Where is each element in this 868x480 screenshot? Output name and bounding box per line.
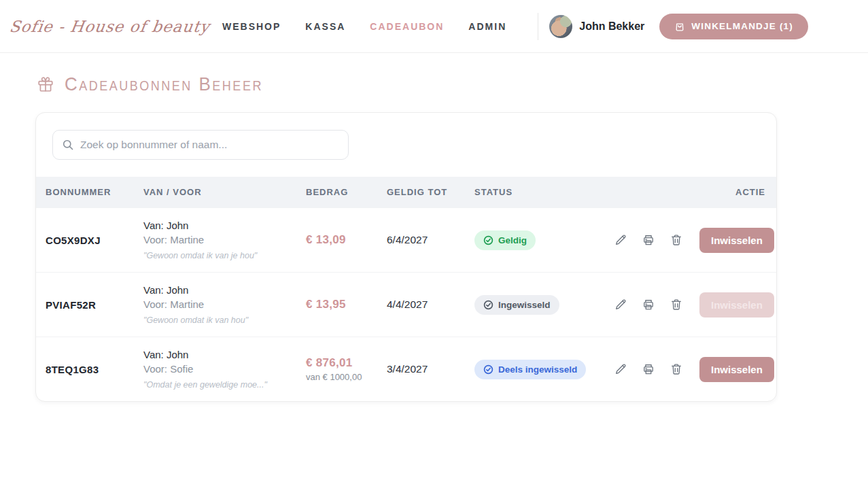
redeem-button[interactable]: Inwisselen [699,228,774,253]
search-icon [62,139,74,151]
print-button[interactable] [642,362,655,376]
status-cell: Deels ingewisseld [474,360,614,379]
van-voor-cell: Van: John Voor: Martine "Gewoon omdat ik… [143,284,306,326]
nav-item-admin[interactable]: ADMIN [468,21,506,32]
pencil-icon [614,233,627,247]
status-badge: Ingewisseld [474,295,559,315]
amount-cell: € 13,09 [306,233,387,247]
print-button[interactable] [642,298,655,311]
printer-icon [642,233,655,247]
printer-icon [642,298,655,311]
nav-item-kassa[interactable]: KASSA [305,21,345,32]
search-input[interactable] [80,139,339,151]
nav-item-cadeaubon[interactable]: CADEAUBON [370,21,444,32]
voucher-code: 8TEQ1G83 [46,364,143,375]
voucher-from: Van: John [143,284,306,297]
voucher-for: Voor: Martine [143,233,306,247]
nav-item-webshop[interactable]: WEBSHOP [222,21,281,32]
search-area [36,113,776,177]
status-badge: Deels ingewisseld [474,360,586,379]
voucher-for: Voor: Martine [143,298,306,311]
status-cell: Geldig [474,230,614,250]
gift-icon [37,75,54,93]
print-button[interactable] [642,233,655,247]
table-row: 8TEQ1G83 Van: John Voor: Sofie "Omdat je… [36,337,776,401]
page-title-row: Cadeaubonnen Beheer [37,73,868,95]
check-circle-icon [483,300,493,310]
delete-button[interactable] [670,298,683,311]
van-voor-cell: Van: John Voor: Sofie "Omdat je een gewe… [143,348,306,390]
column-header-actie: ACTIE [614,187,765,197]
valid-until: 6/4/2027 [387,234,474,246]
voucher-code: CO5X9DXJ [46,235,143,246]
trash-icon [670,298,683,311]
trash-icon [670,362,683,376]
valid-until: 4/4/2027 [387,298,474,311]
actions-cell: Inwisselen [614,292,774,318]
amount-cell: € 876,01 van € 1000,00 [306,356,387,382]
table-row: PVIAF52R Van: John Voor: Martine "Gewoon… [36,272,776,337]
amount-cell: € 13,95 [306,298,387,311]
cart-button-label: WINKELMANDJE (1) [691,21,793,31]
user-avatar[interactable] [549,15,572,38]
column-header-status: STATUS [474,187,614,197]
status-label: Deels ingewisseld [498,364,577,375]
edit-button[interactable] [614,298,627,311]
column-header-bedrag: BEDRAG [306,187,387,197]
voucher-amount: € 876,01 [306,356,387,370]
vouchers-card: BONNUMMER VAN / VOOR BEDRAG GELDIG TOT S… [35,112,777,402]
pencil-icon [614,298,627,311]
voucher-quote: "Gewoon omdat ik van hou" [143,315,306,326]
check-circle-icon [483,235,493,245]
pencil-icon [614,362,627,376]
status-cell: Ingewisseld [474,295,614,315]
user-name: John Bekker [579,20,644,33]
status-label: Geldig [498,235,527,245]
trash-icon [670,233,683,247]
voucher-amount: € 13,95 [306,298,387,311]
delete-button[interactable] [670,233,683,247]
edit-button[interactable] [614,233,627,247]
voucher-for: Voor: Sofie [143,362,306,376]
voucher-from: Van: John [143,219,306,233]
voucher-amount-original: van € 1000,00 [306,372,387,382]
actions-cell: Inwisselen [614,357,774,382]
table-header-row: BONNUMMER VAN / VOOR BEDRAG GELDIG TOT S… [36,177,776,207]
delete-button[interactable] [670,362,683,376]
voucher-from: Van: John [143,348,306,362]
header-divider [538,13,538,40]
column-header-van-voor: VAN / VOOR [143,187,306,197]
check-circle-icon [483,364,493,375]
brand-logo[interactable]: Sofie - House of beauty [8,18,211,35]
cart-button[interactable]: WINKELMANDJE (1) [659,14,808,39]
edit-button[interactable] [614,362,627,376]
status-badge: Geldig [474,230,536,250]
main-nav: WEBSHOP KASSA CADEAUBON ADMIN [222,21,506,32]
topbar: Sofie - House of beauty WEBSHOP KASSA CA… [0,0,868,53]
column-header-geldig-tot: GELDIG TOT [387,187,474,197]
voucher-code: PVIAF52R [46,299,143,311]
voucher-amount: € 13,09 [306,233,387,247]
status-label: Ingewisseld [498,300,551,310]
redeem-button[interactable]: Inwisselen [699,357,774,382]
search-box [52,130,349,160]
voucher-quote: "Omdat je een geweldige moe..." [143,379,306,390]
table-row: CO5X9DXJ Van: John Voor: Martine "Gewoon… [36,207,776,272]
column-header-bonnummer: BONNUMMER [46,187,143,197]
voucher-quote: "Gewoon omdat ik van je hou" [143,250,306,261]
page-title: Cadeaubonnen Beheer [65,73,263,95]
van-voor-cell: Van: John Voor: Martine "Gewoon omdat ik… [143,219,306,261]
valid-until: 3/4/2027 [387,363,474,375]
redeem-button-disabled: Inwisselen [699,292,774,318]
actions-cell: Inwisselen [614,228,774,253]
printer-icon [642,362,655,376]
shopping-bag-icon [674,21,685,32]
